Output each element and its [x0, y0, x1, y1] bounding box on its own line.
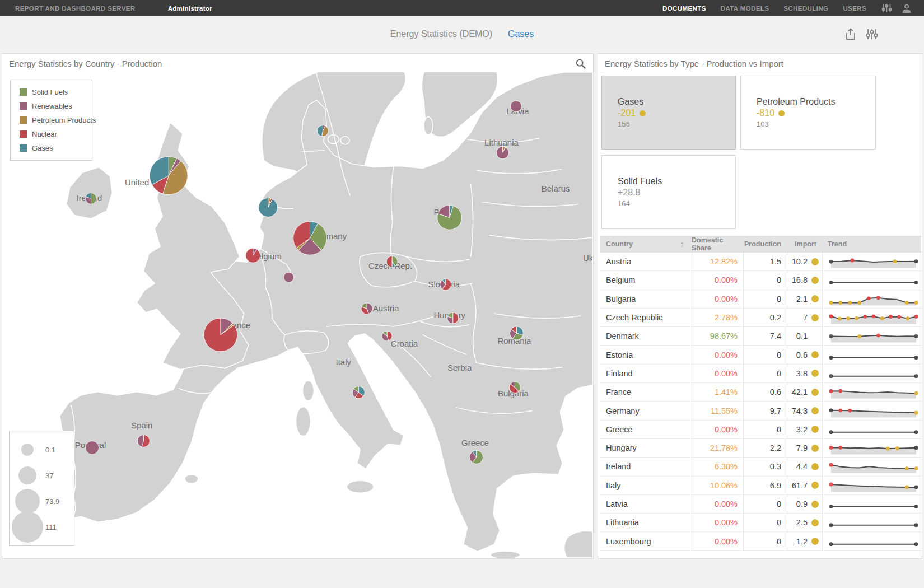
settings-sliders-icon[interactable]	[882, 4, 892, 12]
import-value: 1.2	[796, 537, 808, 546]
cell-domestic-share: 0.00%	[692, 532, 743, 550]
table-row-france[interactable]: France1.41%0.642.1	[600, 383, 921, 402]
cell-production: 6.9	[743, 477, 787, 494]
table-row-belgium[interactable]: Belgium0.00%016.8	[600, 271, 921, 290]
cell-import: 10.2	[787, 253, 822, 270]
country-table: Country↑Domestic ShareProductionImportTr…	[600, 236, 921, 551]
cell-production: 0.6	[743, 383, 787, 401]
pie-italy[interactable]	[352, 386, 365, 399]
map-legend: Solid FuelsRenewablesPetroleum ProductsN…	[10, 80, 92, 161]
pie-austria[interactable]	[361, 303, 372, 314]
nav-item-documents[interactable]: DOCUMENTS	[662, 5, 706, 12]
cell-domestic-share: 0.00%	[692, 290, 743, 308]
pie-portugal[interactable]	[86, 441, 99, 454]
pie-bulgaria[interactable]	[509, 382, 520, 393]
import-value: 61.7	[792, 481, 808, 490]
europe-map[interactable]: IrelandUnited KingdomLatviaLithuaniaBela…	[3, 72, 592, 558]
table-row-ireland[interactable]: Ireland6.38%0.34.4	[600, 458, 921, 476]
pie-lithuania[interactable]	[496, 147, 508, 159]
table-row-finland[interactable]: Finland0.00%03.8	[600, 365, 921, 383]
pie-denmark[interactable]	[317, 125, 328, 137]
pie-slovenia[interactable]	[382, 331, 392, 341]
nav-item-users[interactable]: USERS	[843, 5, 866, 12]
trend-sparkline	[828, 384, 919, 400]
cell-trend	[822, 346, 921, 363]
import-value: 2.5	[796, 518, 808, 527]
column-header-country[interactable]: Country↑	[600, 236, 692, 253]
nav-item-scheduling[interactable]: SCHEDULING	[783, 5, 828, 12]
table-row-lithuania[interactable]: Lithuania0.00%02.5	[600, 514, 921, 532]
pie-netherlands[interactable]	[259, 198, 278, 217]
card-gases[interactable]: Gases-201156	[601, 76, 736, 150]
table-row-denmark[interactable]: Denmark98.67%7.40.1	[600, 327, 921, 346]
table-row-hungary[interactable]: Hungary21.78%2.27.9	[600, 439, 921, 458]
trend-sparkline	[828, 496, 919, 512]
pie-ireland[interactable]	[86, 193, 97, 204]
map-label-italy: Italy	[336, 357, 352, 367]
cell-country: Italy	[600, 477, 692, 494]
card-count: 164	[618, 199, 735, 208]
column-header-trend[interactable]: Trend	[822, 236, 921, 253]
table-row-austria[interactable]: Austria12.82%1.510.2	[600, 253, 921, 271]
trend-sparkline	[828, 459, 919, 474]
card-solid-fuels[interactable]: Solid Fuels+28.8164	[601, 155, 736, 229]
trend-sparkline	[828, 310, 919, 325]
table-row-greece[interactable]: Greece0.00%03.2	[600, 421, 921, 439]
table-row-czech-republic[interactable]: Czech Republic2.78%0.27	[600, 309, 921, 327]
table-row-estonia[interactable]: Estonia0.00%00.6	[600, 346, 921, 364]
size-legend-value: 73.9	[45, 497, 59, 506]
nav-item-data-models[interactable]: DATA MODELS	[721, 5, 769, 12]
table-row-latvia[interactable]: Latvia0.00%00.9	[600, 495, 921, 514]
pie-spain[interactable]	[137, 435, 150, 447]
import-dot	[811, 295, 819, 302]
user-icon[interactable]	[902, 4, 912, 13]
pie-latvia[interactable]	[510, 101, 521, 112]
card-delta-text: +28.8	[618, 188, 640, 198]
parameters-sliders-icon[interactable]	[866, 28, 878, 40]
cell-country: France	[600, 383, 692, 401]
trend-sparkline	[828, 403, 919, 419]
pie-france[interactable]	[204, 318, 237, 352]
column-header-production[interactable]: Production	[743, 236, 787, 253]
size-legend-item: 73.9	[10, 488, 74, 514]
tab-gases[interactable]: Gases	[508, 29, 534, 39]
card-delta-text: -810	[757, 108, 774, 118]
table-row-italy[interactable]: Italy10.06%6.961.7	[600, 477, 921, 495]
export-icon[interactable]	[844, 28, 857, 40]
table-row-bulgaria[interactable]: Bulgaria0.00%02.1	[600, 290, 921, 309]
table-row-germany[interactable]: Germany11.55%9.774.3	[600, 402, 921, 420]
cell-domestic-share: 0.00%	[692, 421, 743, 438]
cell-production: 0	[743, 514, 787, 531]
map-panel-title: Energy Statistics by Country - Productio…	[2, 54, 593, 73]
map-label-lithuania: Lithuania	[484, 138, 519, 147]
cell-country: Greece	[600, 421, 692, 438]
pie-belgium[interactable]	[246, 248, 260, 263]
card-petroleum-products[interactable]: Petroleum Products-810103	[740, 76, 876, 150]
card-delta-value: +28.8	[618, 188, 735, 198]
pie-luxembourg[interactable]	[284, 272, 294, 282]
cell-trend	[822, 309, 921, 326]
size-legend-circle	[18, 466, 36, 484]
pie-greece[interactable]	[470, 450, 483, 464]
pie-germany[interactable]	[293, 221, 327, 255]
cell-domestic-share: 0.00%	[692, 495, 743, 513]
pie-slovakia[interactable]	[440, 279, 451, 290]
pie-czech-republic[interactable]	[386, 256, 398, 267]
cell-production: 7.4	[743, 327, 787, 345]
table-header[interactable]: Country↑Domestic ShareProductionImportTr…	[600, 236, 921, 253]
pie-romania[interactable]	[510, 326, 523, 340]
magnifier-icon[interactable]	[572, 56, 590, 72]
pie-united-kingdom[interactable]	[150, 157, 188, 195]
column-header-domestic-share[interactable]: Domestic Share	[692, 236, 743, 253]
legend-label: Solid Fuels	[32, 88, 68, 96]
pie-poland[interactable]	[437, 205, 462, 230]
cell-import: 0.1	[787, 327, 822, 345]
legend-item-nuclear: Nuclear	[20, 130, 83, 138]
card-count: 156	[618, 120, 735, 128]
pie-hungary[interactable]	[447, 312, 459, 324]
column-header-import[interactable]: Import	[787, 236, 822, 253]
import-dot	[811, 463, 819, 470]
table-row-luxembourg[interactable]: Luxembourg0.00%01.2	[600, 532, 921, 550]
import-dot	[811, 426, 819, 433]
import-value: 74.3	[792, 407, 808, 416]
